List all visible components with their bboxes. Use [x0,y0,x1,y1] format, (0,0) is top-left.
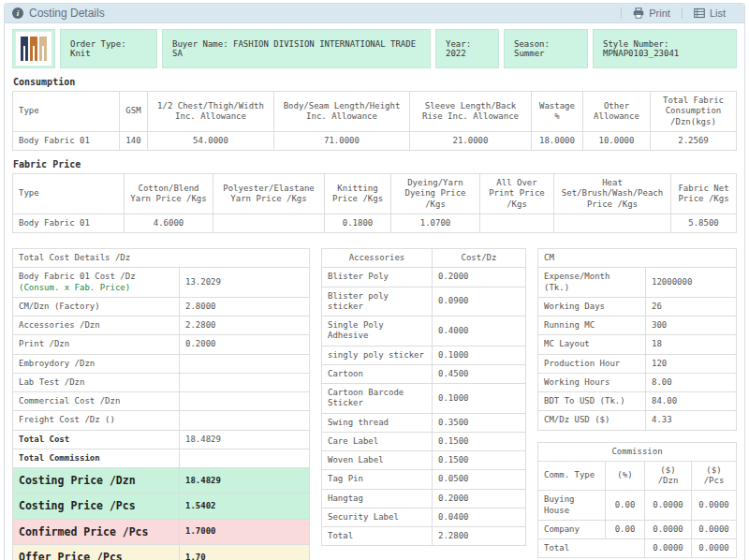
cost-label: Total Cost [13,430,180,449]
commission-table: Commission Comm. Type (%) ($) /Dzn ($) /… [537,442,737,559]
consumption-table: Type GSM 1/2 Chest/Thigh/Width Inc. Allo… [12,91,737,151]
commission-dzn: 0.0000 [645,520,692,538]
accessory-row: Single Poly Adhesive0.4000 [322,317,526,346]
accessory-row: singly poly sticker0.1000 [322,346,526,364]
price-label: Costing Price /Pcs [13,494,180,519]
pants-icon [30,37,37,61]
fabric-price-section-title: Fabric Price [13,159,736,169]
accessory-name: Cartoon Barcode Sticker [322,384,433,414]
bottom-columns: Total Cost Details /Dz Body Fabric 01 Co… [12,248,737,560]
accessories-table: Accessories Cost/Dz Blister Poly0.2000 B… [321,248,526,546]
list-icon [694,7,705,19]
cost-label: Commercial Cost /Dzn [13,392,180,411]
cm-value: 12000000 [646,268,737,298]
list-button[interactable]: List [682,7,737,19]
accessory-row: Blister Poly0.2000 [322,268,526,287]
commission-total-label: Total [538,539,645,558]
cost-label: Body Fabric 01 Cost /Dz (Consum. x Fab. … [13,268,180,298]
column-header: Cost/Dz [433,249,526,268]
column-header: Dyeing/Yarn Dyeing Price /Kgs [391,174,480,214]
price-value: 1.70 [180,545,310,560]
commission-type: Company [538,520,606,538]
commission-dzn: 0.0000 [645,491,692,521]
page-title: Costing Details [29,7,105,20]
cm-row: Expense/Month (Tk.)12000000 [538,268,737,298]
cm-commission-column: CM Expense/Month (Tk.)12000000 Working D… [537,248,737,558]
accessory-cost: 0.2000 [433,489,526,508]
fabric-price-data-row: Body Fabric 01 4.6000 0.1800 1.0700 5.85… [13,214,737,232]
cm-total-value: 4.33 [646,411,737,430]
cm-label: Running MC [538,317,646,335]
cm-row: Running MC300 [538,317,737,335]
total-cost-title: Total Cost Details /Dz [13,249,310,268]
cost-row: CM/Dzn (Factory) 2.8000 [13,297,310,316]
offer-price-row: Offer Price /Pcs 1.70 [13,545,310,560]
heading-actions: Print List [621,7,737,19]
cm-total-label: CM/Dz USD ($) [538,411,646,430]
cm-value: 18 [646,335,737,354]
commission-pcs: 0.0000 [692,520,737,538]
cell-cotton-price: 4.6000 [125,214,213,232]
page: i Costing Details Print List [0,3,749,560]
accessory-row: Cartoon0.4500 [322,364,526,383]
accessory-name: Hangtag [322,489,433,508]
accessory-name: Care Label [322,432,433,450]
price-label: Costing Price /Dzn [13,468,180,494]
cm-title-row: CM [538,249,737,268]
accessory-cost: 0.1000 [433,384,526,414]
cm-title: CM [538,249,737,268]
accessory-cost: 0.2000 [433,268,526,287]
accessory-name: Tag Pin [322,470,433,489]
total-commission-row: Total Commission [13,449,310,467]
order-year: Year: 2022 [435,29,499,68]
cost-value: 13.2029 [180,268,310,298]
cm-label: Working Hours [538,373,646,391]
garment-thumbnail [16,32,51,66]
accessory-row: Woven Label0.1500 [322,451,526,470]
cost-value [180,449,310,467]
cm-value: 84.00 [646,392,737,411]
cell-polyester-price [213,214,325,232]
panel-heading: i Costing Details Print List [5,4,744,23]
cell-type: Body Fabric 01 [13,214,125,232]
style-image [12,29,55,68]
price-label: Offer Price /Pcs [13,545,180,560]
column-header: GSM [120,92,148,132]
order-type: Order Type: Knit [60,29,157,68]
column-header: ($) /Pcs [692,461,737,491]
column-header: Body/Seam Length/Height Inc. Allowance [274,92,410,132]
accessory-name: Cartoon [322,364,433,383]
fabric-price-header-row: Type Cotton/Blend Yarn Price /Kgs Polyes… [13,174,737,214]
accessory-row: Tag Pin0.0500 [322,470,526,489]
total-cost-row: Total Cost 18.4829 [13,430,310,449]
cost-value [180,411,310,430]
column-header: Total Fabric Consumption /Dzn(kgs) [651,92,737,132]
cost-label: Embroydory /Dzn [13,354,180,373]
cm-row: Production Hour120 [538,354,737,373]
cm-value: 26 [646,297,737,316]
accessory-cost: 0.3500 [433,413,526,432]
cm-label: MC Layout [538,335,646,354]
total-cost-table: Total Cost Details /Dz Body Fabric 01 Co… [12,248,310,560]
accessories-header-row: Accessories Cost/Dz [322,249,526,268]
cost-row: Commercial Cost /Dzn [13,392,310,411]
column-header: Knitting Price /Kgs [325,174,391,214]
column-header: All Over Print Price /Kgs [480,174,554,214]
cell-aop-price [480,214,554,232]
accessory-cost: 0.1500 [433,451,526,470]
total-cost-title-row: Total Cost Details /Dz [13,249,310,268]
print-button[interactable]: Print [621,7,682,19]
cost-row: Embroydory /Dzn [13,354,310,373]
column-header: Wastage % [532,92,583,132]
column-header: Polyester/Elastane Yarn Price /Kgs [213,174,325,214]
accessory-row: Blister poly sticker0.0900 [322,287,526,317]
commission-row: Company 0.00 0.0000 0.0000 [538,520,737,538]
cm-row: Working Days26 [538,297,737,316]
cell-total-consumption: 2.2569 [651,131,737,150]
commission-total-dzn: 0.0000 [645,539,692,558]
column-header: Cotton/Blend Yarn Price /Kgs [125,174,213,214]
commission-pcs: 0.0000 [692,491,737,521]
cost-row: Lab Test /Dzn [13,373,310,391]
cell-fabric-net-price: 5.8500 [671,214,737,232]
accessory-name: Swing thread [322,413,433,432]
